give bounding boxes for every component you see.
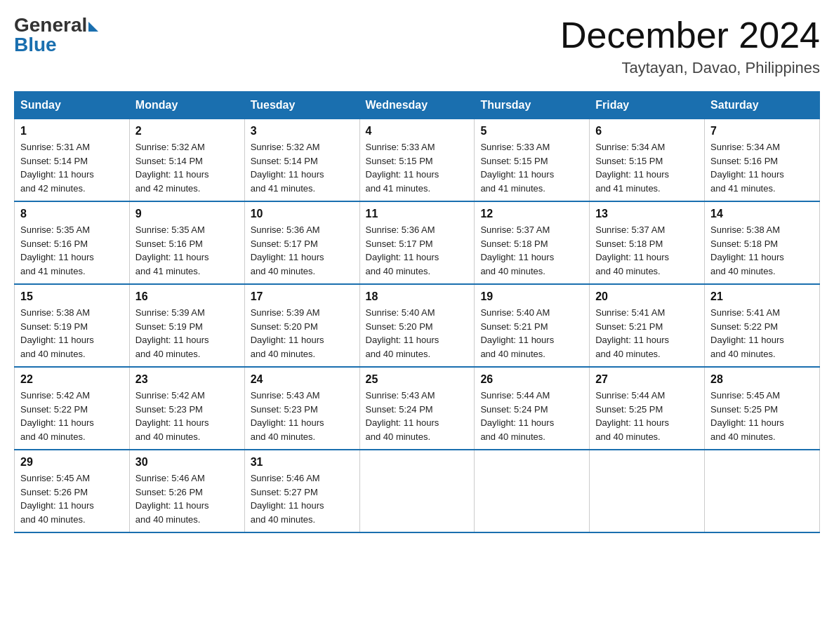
day-number: 18 [366,290,469,303]
calendar-cell: 29 Sunrise: 5:45 AM Sunset: 5:26 PM Dayl… [15,450,130,532]
day-info: Sunrise: 5:46 AM Sunset: 5:27 PM Dayligh… [251,471,354,526]
day-number: 13 [595,208,699,220]
day-info: Sunrise: 5:46 AM Sunset: 5:26 PM Dayligh… [135,471,239,526]
location-title: Taytayan, Davao, Philippines [560,59,820,77]
day-info: Sunrise: 5:42 AM Sunset: 5:22 PM Dayligh… [20,389,124,443]
day-info: Sunrise: 5:43 AM Sunset: 5:23 PM Dayligh… [251,389,354,443]
day-info: Sunrise: 5:37 AM Sunset: 5:18 PM Dayligh… [480,223,583,278]
col-header-sunday: Sunday [15,92,130,119]
col-header-wednesday: Wednesday [359,92,475,119]
day-number: 29 [20,456,124,469]
calendar-cell: 21 Sunrise: 5:41 AM Sunset: 5:22 PM Dayl… [705,284,820,367]
day-number: 25 [366,373,469,386]
page-header: General Blue December 2024 Taytayan, Dav… [14,14,820,77]
day-info: Sunrise: 5:33 AM Sunset: 5:15 PM Dayligh… [366,140,469,195]
week-row-2: 8 Sunrise: 5:35 AM Sunset: 5:16 PM Dayli… [15,201,820,284]
calendar-cell: 22 Sunrise: 5:42 AM Sunset: 5:22 PM Dayl… [15,367,130,450]
calendar-cell: 31 Sunrise: 5:46 AM Sunset: 5:27 PM Dayl… [244,450,359,532]
day-info: Sunrise: 5:40 AM Sunset: 5:20 PM Dayligh… [366,306,469,361]
logo: General Blue [14,14,98,56]
week-row-1: 1 Sunrise: 5:31 AM Sunset: 5:14 PM Dayli… [15,119,820,202]
calendar-cell [475,450,590,532]
day-number: 10 [251,208,354,220]
day-number: 3 [251,125,354,137]
day-info: Sunrise: 5:36 AM Sunset: 5:17 PM Dayligh… [251,223,354,278]
calendar-cell: 24 Sunrise: 5:43 AM Sunset: 5:23 PM Dayl… [244,367,359,450]
calendar-cell: 27 Sunrise: 5:44 AM Sunset: 5:25 PM Dayl… [590,367,705,450]
calendar-cell: 28 Sunrise: 5:45 AM Sunset: 5:25 PM Dayl… [705,367,820,450]
day-info: Sunrise: 5:44 AM Sunset: 5:25 PM Dayligh… [595,389,699,443]
day-number: 5 [480,125,583,137]
col-header-friday: Friday [590,92,705,119]
day-number: 9 [135,208,239,220]
day-number: 14 [710,208,814,220]
calendar-cell: 26 Sunrise: 5:44 AM Sunset: 5:24 PM Dayl… [475,367,590,450]
col-header-saturday: Saturday [705,92,820,119]
calendar-cell [359,450,475,532]
day-info: Sunrise: 5:44 AM Sunset: 5:24 PM Dayligh… [480,389,583,443]
day-info: Sunrise: 5:45 AM Sunset: 5:26 PM Dayligh… [20,471,124,526]
day-info: Sunrise: 5:33 AM Sunset: 5:15 PM Dayligh… [480,140,583,195]
day-info: Sunrise: 5:39 AM Sunset: 5:19 PM Dayligh… [135,306,239,361]
day-info: Sunrise: 5:40 AM Sunset: 5:21 PM Dayligh… [480,306,583,361]
week-row-4: 22 Sunrise: 5:42 AM Sunset: 5:22 PM Dayl… [15,367,820,450]
calendar-cell: 18 Sunrise: 5:40 AM Sunset: 5:20 PM Dayl… [359,284,475,367]
calendar-cell: 1 Sunrise: 5:31 AM Sunset: 5:14 PM Dayli… [15,119,130,202]
day-info: Sunrise: 5:35 AM Sunset: 5:16 PM Dayligh… [20,223,124,278]
logo-arrow-icon [88,22,98,32]
week-row-5: 29 Sunrise: 5:45 AM Sunset: 5:26 PM Dayl… [15,450,820,532]
calendar-cell: 6 Sunrise: 5:34 AM Sunset: 5:15 PM Dayli… [590,119,705,202]
day-info: Sunrise: 5:45 AM Sunset: 5:25 PM Dayligh… [710,389,814,443]
calendar-cell: 13 Sunrise: 5:37 AM Sunset: 5:18 PM Dayl… [590,201,705,284]
day-number: 22 [20,373,124,386]
day-number: 27 [595,373,699,386]
day-info: Sunrise: 5:42 AM Sunset: 5:23 PM Dayligh… [135,389,239,443]
day-info: Sunrise: 5:34 AM Sunset: 5:15 PM Dayligh… [595,140,699,195]
day-number: 19 [480,290,583,303]
day-info: Sunrise: 5:41 AM Sunset: 5:21 PM Dayligh… [595,306,699,361]
calendar-cell: 25 Sunrise: 5:43 AM Sunset: 5:24 PM Dayl… [359,367,475,450]
calendar-cell: 19 Sunrise: 5:40 AM Sunset: 5:21 PM Dayl… [475,284,590,367]
col-header-tuesday: Tuesday [244,92,359,119]
day-number: 31 [251,456,354,469]
day-number: 24 [251,373,354,386]
day-number: 6 [595,125,699,137]
calendar-cell: 11 Sunrise: 5:36 AM Sunset: 5:17 PM Dayl… [359,201,475,284]
day-info: Sunrise: 5:41 AM Sunset: 5:22 PM Dayligh… [710,306,814,361]
day-number: 23 [135,373,239,386]
day-info: Sunrise: 5:36 AM Sunset: 5:17 PM Dayligh… [366,223,469,278]
day-number: 8 [20,208,124,220]
week-row-3: 15 Sunrise: 5:38 AM Sunset: 5:19 PM Dayl… [15,284,820,367]
day-number: 15 [20,290,124,303]
calendar-cell: 3 Sunrise: 5:32 AM Sunset: 5:14 PM Dayli… [244,119,359,202]
day-number: 16 [135,290,239,303]
day-number: 30 [135,456,239,469]
calendar-cell: 5 Sunrise: 5:33 AM Sunset: 5:15 PM Dayli… [475,119,590,202]
day-number: 7 [710,125,814,137]
calendar-cell: 30 Sunrise: 5:46 AM Sunset: 5:26 PM Dayl… [129,450,244,532]
calendar-cell: 4 Sunrise: 5:33 AM Sunset: 5:15 PM Dayli… [359,119,475,202]
day-info: Sunrise: 5:32 AM Sunset: 5:14 PM Dayligh… [135,140,239,195]
day-number: 4 [366,125,469,137]
day-info: Sunrise: 5:43 AM Sunset: 5:24 PM Dayligh… [366,389,469,443]
calendar-table: SundayMondayTuesdayWednesdayThursdayFrid… [14,91,820,533]
day-number: 17 [251,290,354,303]
day-number: 26 [480,373,583,386]
day-number: 28 [710,373,814,386]
calendar-cell: 2 Sunrise: 5:32 AM Sunset: 5:14 PM Dayli… [129,119,244,202]
day-number: 21 [710,290,814,303]
calendar-cell: 12 Sunrise: 5:37 AM Sunset: 5:18 PM Dayl… [475,201,590,284]
day-info: Sunrise: 5:38 AM Sunset: 5:18 PM Dayligh… [710,223,814,278]
day-number: 11 [366,208,469,220]
day-info: Sunrise: 5:39 AM Sunset: 5:20 PM Dayligh… [251,306,354,361]
day-info: Sunrise: 5:35 AM Sunset: 5:16 PM Dayligh… [135,223,239,278]
title-block: December 2024 Taytayan, Davao, Philippin… [560,14,820,77]
calendar-cell: 17 Sunrise: 5:39 AM Sunset: 5:20 PM Dayl… [244,284,359,367]
logo-blue: Blue [14,34,57,56]
calendar-cell: 7 Sunrise: 5:34 AM Sunset: 5:16 PM Dayli… [705,119,820,202]
day-number: 1 [20,125,124,137]
month-title: December 2024 [560,14,820,56]
day-number: 2 [135,125,239,137]
calendar-cell [590,450,705,532]
col-header-monday: Monday [129,92,244,119]
